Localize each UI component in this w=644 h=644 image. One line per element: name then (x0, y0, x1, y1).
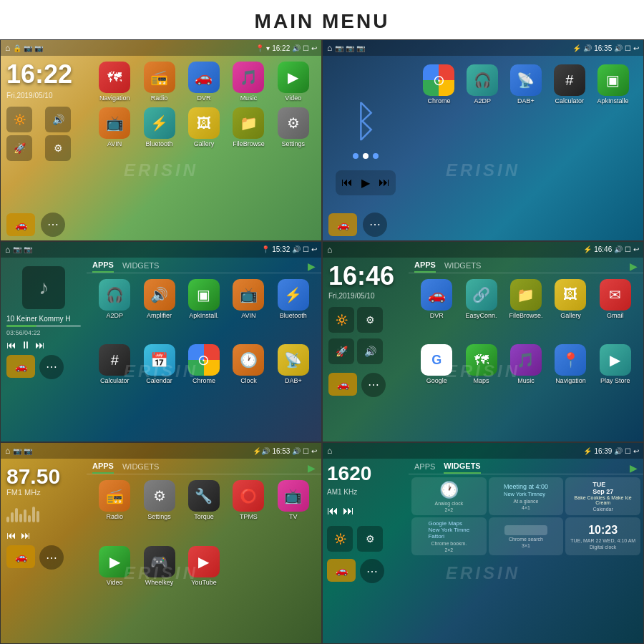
app-music[interactable]: 🎵 Music (226, 59, 270, 104)
app-calculator-3[interactable]: # Calculator (92, 341, 137, 407)
app-chrome-2[interactable]: ⊙ Chrome (417, 62, 461, 107)
app-apk-2[interactable]: ▣ ApkInstalle (591, 62, 635, 107)
play-btn-3[interactable]: ⏸ (21, 339, 31, 351)
app-youtube[interactable]: ▶ YouTube (182, 543, 226, 609)
app-radio[interactable]: 📻 Radio (137, 59, 181, 104)
app-dab-3[interactable]: 📡 DAB+ (271, 341, 316, 407)
widget-at-a-glance[interactable]: Meeting at 4:00New York Timney At a glan… (489, 477, 564, 515)
tab-widgets-4[interactable]: WIDGETS (444, 261, 481, 272)
car-btn-1[interactable]: 🚗 (6, 213, 35, 236)
app-filebrowse-4[interactable]: 📁 FileBrowse. (504, 276, 548, 342)
dots-btn-5[interactable]: ⋯ (39, 545, 64, 570)
tab-widgets-6[interactable]: WIDGETS (444, 462, 480, 474)
app-bluetooth-3[interactable]: ⚡ Bluetooth (271, 276, 316, 342)
tab-arrow-6[interactable]: ▶ (630, 462, 638, 474)
app-tpms[interactable]: ⭕ TPMS (226, 477, 270, 543)
bt-next-icon[interactable]: ⏭ (379, 176, 390, 189)
app-settings[interactable]: ⚙ Settings (271, 104, 316, 150)
next-btn-5[interactable]: ⏭ (21, 530, 31, 541)
next-btn-3[interactable]: ⏭ (35, 339, 45, 351)
tab-arrow-4[interactable]: ▶ (630, 260, 638, 272)
app-music-4[interactable]: 🎵 Music (504, 341, 548, 407)
widget-chrome-search[interactable]: Chrome search 3×1 (489, 517, 564, 555)
home-icon-5[interactable]: ⌂ (5, 446, 10, 456)
app-google[interactable]: G Google (414, 341, 459, 407)
car-btn-5[interactable]: 🚗 (6, 545, 35, 568)
prev-btn-3[interactable]: ⏮ (6, 339, 16, 351)
dots-btn-1[interactable]: ⋯ (41, 213, 65, 237)
app-navigation[interactable]: 🗺 Navigation (92, 59, 137, 104)
home-icon-3[interactable]: ⌂ (5, 245, 10, 255)
app-calendar-3[interactable]: 📅 Calendar (137, 341, 181, 407)
eq-6[interactable]: ⚙ (357, 526, 383, 552)
dots-btn-4[interactable]: ⋯ (361, 373, 386, 397)
app-gallery[interactable]: 🖼 Gallery (182, 104, 226, 150)
app-a2dp-2[interactable]: 🎧 A2DP (461, 62, 504, 107)
bt-prev-icon[interactable]: ⏮ (341, 176, 353, 189)
eq-icon[interactable]: ⚙ (45, 135, 71, 161)
app-dvr-4[interactable]: 🚗 DVR (414, 276, 459, 342)
progress-fill (6, 325, 36, 327)
dots-btn-2[interactable]: ⋯ (363, 213, 387, 237)
app-maps[interactable]: 🗺 Maps (459, 341, 503, 407)
vol-ctrl-icon-4[interactable]: 🔊 (357, 338, 383, 364)
app-settings-5[interactable]: ⚙ Settings (137, 477, 181, 543)
app-bluetooth-1[interactable]: ⚡ Bluetooth (137, 104, 181, 150)
tab-arrow-5[interactable]: ▶ (308, 462, 316, 474)
app-apkinstall-3[interactable]: ▣ ApkInstall. (182, 276, 226, 342)
brightness-6[interactable]: 🔆 (327, 526, 353, 552)
app-radio-5[interactable]: 📻 Radio (92, 477, 137, 543)
next-btn-6[interactable]: ⏭ (343, 504, 354, 517)
widget-calendar[interactable]: TUESep 27 Bake Cookies & Make Ice Cream … (565, 477, 640, 515)
app-tv[interactable]: 📺 TV (271, 477, 316, 543)
brightness-icon-4[interactable]: 🔆 (328, 307, 354, 333)
app-gmail[interactable]: ✉ Gmail (593, 276, 638, 342)
bt-play-icon[interactable]: ▶ (361, 176, 370, 190)
rocket-icon-4[interactable]: 🚀 (328, 338, 354, 364)
prev-btn-6[interactable]: ⏮ (327, 504, 338, 517)
app-video[interactable]: ▶ Video (271, 59, 316, 104)
tab-arrow-3[interactable]: ▶ (308, 260, 316, 272)
dots-btn-6[interactable]: ⋯ (360, 559, 384, 583)
car-btn-4[interactable]: 🚗 (328, 373, 357, 396)
app-avin[interactable]: 📺 AVIN (92, 104, 137, 150)
tab-apps-6[interactable]: APPS (414, 462, 435, 473)
app-gallery-4[interactable]: 🖼 Gallery (548, 276, 592, 342)
app-calc-2[interactable]: # Calculator (547, 62, 591, 107)
app-video-5[interactable]: ▶ Video (92, 543, 137, 609)
widget-chrome-bookmarks[interactable]: Google MapsNew York TimneFattori Chrome … (411, 517, 487, 555)
app-playstore[interactable]: ▶ Play Store (593, 341, 638, 407)
home-icon-6[interactable]: ⌂ (327, 446, 332, 456)
tab-apps-3[interactable]: APPS (92, 260, 114, 273)
home-icon-4[interactable]: ⌂ (327, 245, 332, 255)
dots-btn-3[interactable]: ⋯ (39, 355, 64, 379)
tab-apps-5[interactable]: APPS (92, 462, 114, 474)
home-icon-2[interactable]: ⌂ (327, 43, 332, 53)
rocket-icon[interactable]: 🚀 (6, 135, 32, 161)
app-filebrowse[interactable]: 📁 FileBrowse (226, 104, 270, 150)
app-clock-3[interactable]: 🕐 Clock (226, 341, 270, 407)
app-wheelkey[interactable]: 🎮 Wheelkey (137, 543, 181, 609)
tab-widgets-3[interactable]: WIDGETS (122, 261, 159, 272)
volume-ctrl-icon[interactable]: 🔊 (45, 107, 71, 132)
app-dvr[interactable]: 🚗 DVR (182, 59, 226, 104)
home-icon-1[interactable]: ⌂ (5, 43, 10, 53)
tab-widgets-5[interactable]: WIDGETS (122, 462, 159, 473)
app-dab[interactable]: 📡 DAB+ (504, 62, 548, 107)
app-nav-4[interactable]: 📍 Navigation (548, 341, 592, 407)
widget-digital-clock[interactable]: 10:23 TUE, MAR 22 WED, 4:10 AM Digital c… (565, 517, 640, 555)
app-amplifier[interactable]: 🔊 Amplifier (137, 276, 181, 342)
widget-analog-clock[interactable]: 🕐 Analog clock 2×2 (411, 477, 487, 515)
tab-apps-4[interactable]: APPS (414, 260, 436, 273)
prev-btn-5[interactable]: ⏮ (6, 530, 16, 541)
car-btn-3[interactable]: 🚗 (6, 355, 35, 378)
app-a2dp-3[interactable]: 🎧 A2DP (92, 276, 137, 342)
car-btn-2[interactable]: 🚗 (328, 213, 357, 236)
app-chrome-3[interactable]: ⊙ Chrome (182, 341, 226, 407)
app-avin-3[interactable]: 📺 AVIN (226, 276, 270, 342)
car-btn-6[interactable]: 🚗 (327, 559, 356, 582)
app-easyconn[interactable]: 🔗 EasyConn. (459, 276, 503, 342)
eq-icon-4[interactable]: ⚙ (357, 307, 383, 333)
app-torque[interactable]: 🔧 Torque (182, 477, 226, 543)
brightness-icon[interactable]: 🔆 (6, 107, 32, 132)
